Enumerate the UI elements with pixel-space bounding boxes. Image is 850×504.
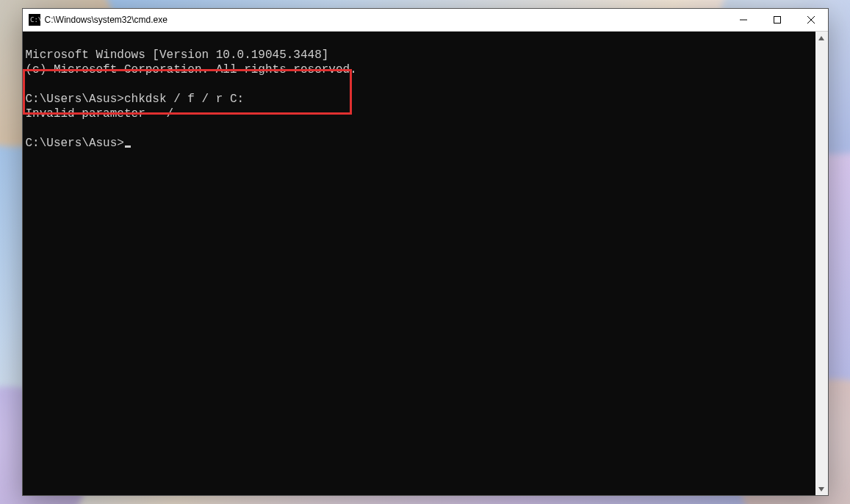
console-line: Microsoft Windows [Version 10.0.19045.34… <box>26 48 329 62</box>
minimize-icon <box>740 16 747 24</box>
svg-line-5 <box>807 16 815 24</box>
window-title: C:\Windows\system32\cmd.exe <box>45 15 727 25</box>
close-icon <box>807 16 815 24</box>
cmd-window: C:\ C:\Windows\system32\cmd.exe Microsof… <box>22 8 829 496</box>
console-line: C:\Users\Asus>chkdsk / f / r C: <box>26 93 245 106</box>
vertical-scrollbar[interactable] <box>815 32 828 495</box>
maximize-button[interactable] <box>760 9 794 31</box>
chevron-down-icon <box>818 487 824 492</box>
svg-marker-7 <box>818 487 824 492</box>
scrollbar-down-button[interactable] <box>815 483 828 495</box>
svg-marker-6 <box>818 36 824 40</box>
text-cursor <box>125 145 131 148</box>
terminal-area: Microsoft Windows [Version 10.0.19045.34… <box>23 32 828 495</box>
scrollbar-track[interactable] <box>815 44 828 483</box>
console-line: (c) Microsoft Corporation. All rights re… <box>26 63 357 76</box>
terminal-output[interactable]: Microsoft Windows [Version 10.0.19045.34… <box>23 32 815 495</box>
close-button[interactable] <box>794 9 828 31</box>
console-line: Invalid parameter - / <box>26 107 174 120</box>
svg-line-4 <box>807 16 815 24</box>
cmd-icon: C:\ <box>29 14 40 26</box>
chevron-up-icon <box>818 36 824 40</box>
scrollbar-up-button[interactable] <box>815 32 828 44</box>
svg-rect-3 <box>774 17 780 24</box>
console-prompt: C:\Users\Asus> <box>26 137 124 150</box>
window-controls <box>727 9 828 31</box>
minimize-button[interactable] <box>727 9 760 31</box>
titlebar[interactable]: C:\ C:\Windows\system32\cmd.exe <box>23 9 828 32</box>
svg-text:C:\: C:\ <box>30 16 40 24</box>
maximize-icon <box>774 16 781 24</box>
